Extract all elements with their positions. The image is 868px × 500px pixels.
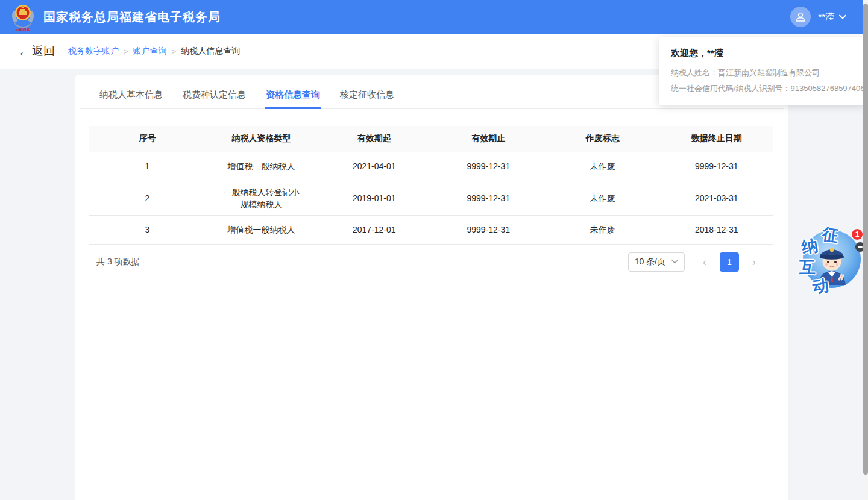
back-arrow-icon: ←	[18, 45, 31, 58]
tab-taxpayer-basic-info[interactable]: 纳税人基本信息	[99, 75, 163, 108]
table-row: 1 增值税一般纳税人 2021-04-01 9999-12-31 未作废 999…	[89, 152, 773, 181]
cell-valid-from: 2017-12-01	[317, 215, 432, 244]
cell-qualification-type: 增值税一般纳税人	[206, 215, 317, 244]
tax-bureau-logo-icon: 中国税务	[10, 2, 36, 31]
table-footer: 共 3 项数据 10 条/页 ‹ 1 ›	[96, 252, 763, 272]
tab-tax-type-determination[interactable]: 税费种认定信息	[183, 75, 246, 108]
chevron-down-icon	[671, 260, 678, 264]
cell-void-flag: 未作废	[546, 215, 660, 244]
cell-void-flag: 未作废	[546, 181, 660, 215]
taxpayer-name: 纳税人姓名：晋江新南兴鞋塑制造有限公司	[671, 65, 854, 81]
svg-text:中国税务: 中国税务	[16, 28, 31, 32]
widget-char: 互	[799, 260, 816, 276]
cell-void-flag: 未作废	[546, 152, 660, 181]
back-button[interactable]: ← 返回	[18, 43, 55, 59]
user-info-panel: 欢迎您，**滢 纳税人姓名：晋江新南兴鞋塑制造有限公司 统一社会信用代码/纳税人…	[659, 37, 866, 105]
column-header-valid-to: 有效期止	[431, 126, 546, 152]
cell-valid-from: 2019-01-01	[317, 181, 432, 215]
column-header-seq: 序号	[89, 126, 206, 152]
page-size-select[interactable]: 10 条/页	[628, 252, 685, 272]
tab-qualification-info[interactable]: 资格信息查询	[266, 75, 320, 108]
scrollbar[interactable]	[863, 0, 868, 500]
page-1-button[interactable]: 1	[720, 252, 739, 272]
main-content: 纳税人基本信息 税费种认定信息 资格信息查询 核定征收信息 序号 纳税人资格类型…	[0, 70, 868, 500]
cell-valid-to: 9999-12-31	[431, 215, 546, 244]
user-icon	[794, 11, 807, 23]
brand[interactable]: 中国税务 国家税务总局福建省电子税务局	[10, 2, 221, 31]
username: **滢	[818, 11, 834, 23]
cell-seq: 1	[89, 152, 206, 181]
app-header: 中国税务 国家税务总局福建省电子税务局 **滢	[0, 0, 868, 34]
breadcrumb-item-account-query[interactable]: 账户查询	[133, 46, 167, 57]
column-header-qualification-type: 纳税人资格类型	[206, 126, 317, 152]
cell-data-end-date: 2018-12-31	[660, 215, 773, 244]
interaction-assistant-widget[interactable]: 征 纳 互 动 1	[791, 223, 868, 296]
column-header-valid-from: 有效期起	[317, 126, 432, 152]
user-menu[interactable]: **滢	[790, 7, 846, 27]
app-title: 国家税务总局福建省电子税务局	[43, 9, 221, 25]
cell-seq: 3	[89, 215, 206, 244]
breadcrumb-item-digital-account[interactable]: 税务数字账户	[68, 46, 119, 57]
cell-data-end-date: 2021-03-31	[660, 181, 773, 215]
prev-page-button[interactable]: ‹	[696, 252, 714, 272]
next-page-button[interactable]: ›	[745, 252, 763, 272]
cell-valid-to: 9999-12-31	[431, 152, 546, 181]
table-header-row: 序号 纳税人资格类型 有效期起 有效期止 作废标志 数据终止日期	[89, 126, 773, 152]
tab-assessed-collection[interactable]: 核定征收信息	[340, 75, 394, 108]
scrollbar-thumb[interactable]	[863, 4, 868, 475]
table-row: 3 增值税一般纳税人 2017-12-01 9999-12-31 未作废 201…	[89, 215, 773, 244]
credit-code: 统一社会信用代码/纳税人识别号：91350582768597406T	[671, 81, 854, 96]
cell-valid-to: 9999-12-31	[431, 181, 546, 215]
column-header-void-flag: 作废标志	[546, 126, 660, 152]
total-count: 共 3 项数据	[96, 257, 140, 267]
pagination: 10 条/页 ‹ 1 ›	[628, 252, 763, 272]
chevron-down-icon	[839, 14, 846, 19]
cell-valid-from: 2021-04-01	[317, 152, 432, 181]
back-label: 返回	[32, 43, 55, 59]
widget-char: 征	[821, 226, 839, 244]
cell-qualification-type: 一般纳税人转登记小规模纳税人	[206, 181, 317, 215]
breadcrumb-item-current: 纳税人信息查询	[181, 46, 240, 57]
welcome-text: 欢迎您，**滢	[671, 48, 854, 59]
column-header-data-end-date: 数据终止日期	[660, 126, 773, 152]
widget-char: 动	[812, 278, 830, 296]
breadcrumb-separator: >	[172, 47, 177, 56]
avatar[interactable]	[790, 7, 811, 27]
cell-qualification-type: 增值税一般纳税人	[206, 152, 317, 181]
content-card: 纳税人基本信息 税费种认定信息 资格信息查询 核定征收信息 序号 纳税人资格类型…	[75, 75, 788, 500]
minus-icon	[858, 246, 863, 248]
widget-char: 纳	[800, 237, 819, 256]
notification-badge: 1	[852, 229, 863, 240]
cell-data-end-date: 9999-12-31	[660, 152, 773, 181]
breadcrumb-separator: >	[124, 47, 128, 56]
page-size-value: 10 条/页	[635, 257, 665, 267]
cell-seq: 2	[89, 181, 206, 215]
table-row: 2 一般纳税人转登记小规模纳税人 2019-01-01 9999-12-31 未…	[89, 181, 773, 215]
qualification-table: 序号 纳税人资格类型 有效期起 有效期止 作废标志 数据终止日期 1 增值税一般…	[89, 126, 773, 245]
breadcrumb: 税务数字账户 > 账户查询 > 纳税人信息查询	[68, 46, 240, 57]
